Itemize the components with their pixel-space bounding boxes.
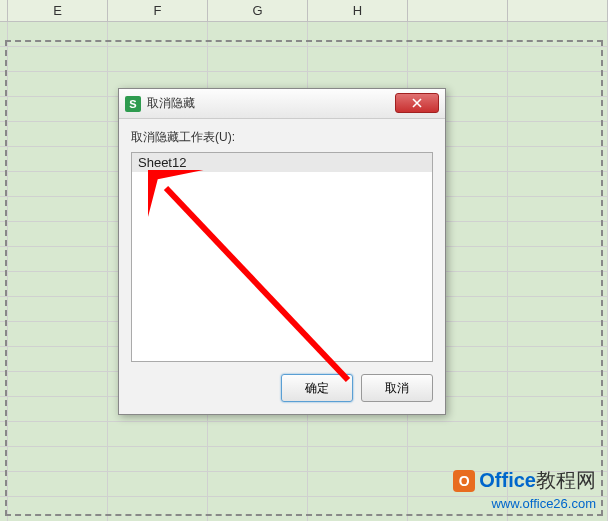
col-header-e[interactable]: E — [8, 0, 108, 21]
cancel-button[interactable]: 取消 — [361, 374, 433, 402]
unhide-dialog: S 取消隐藏 取消隐藏工作表(U): Sheet12 确定 取消 — [118, 88, 446, 415]
dialog-titlebar[interactable]: S 取消隐藏 — [119, 89, 445, 119]
app-icon: S — [125, 96, 141, 112]
dialog-button-row: 确定 取消 — [131, 374, 433, 402]
dialog-title: 取消隐藏 — [147, 95, 195, 112]
close-button[interactable] — [395, 93, 439, 113]
sheet-listbox[interactable]: Sheet12 — [131, 152, 433, 362]
watermark-brand-en: Office — [479, 469, 536, 491]
list-item[interactable]: Sheet12 — [132, 153, 432, 172]
close-icon — [412, 98, 422, 108]
col-header-h[interactable]: H — [308, 0, 408, 21]
dialog-body: 取消隐藏工作表(U): Sheet12 确定 取消 — [119, 119, 445, 414]
watermark-url: www.office26.com — [453, 496, 596, 511]
watermark-brand: Office教程网 — [479, 467, 596, 494]
column-header-row: E F G H — [0, 0, 608, 22]
col-header-stub — [0, 0, 8, 21]
watermark: O Office教程网 www.office26.com — [453, 467, 596, 511]
col-header-g[interactable]: G — [208, 0, 308, 21]
col-header-extra1[interactable] — [408, 0, 508, 21]
ok-button[interactable]: 确定 — [281, 374, 353, 402]
col-header-extra2[interactable] — [508, 0, 608, 21]
watermark-logo-icon: O — [453, 470, 475, 492]
watermark-brand-cn: 教程网 — [536, 469, 596, 491]
col-header-f[interactable]: F — [108, 0, 208, 21]
unhide-label: 取消隐藏工作表(U): — [131, 129, 433, 146]
